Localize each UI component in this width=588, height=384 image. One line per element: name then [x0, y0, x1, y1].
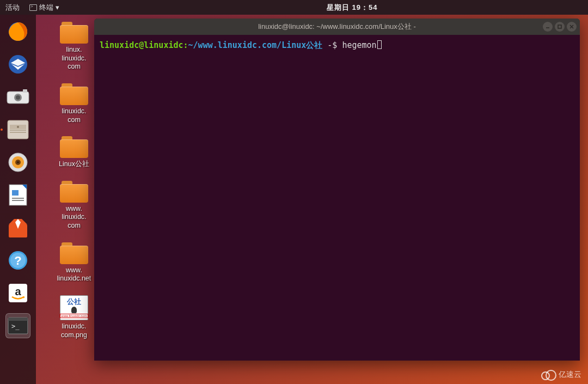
terminal-prompt: linuxidc@linuxidc:~/www.linuxidc.com/Lin…	[100, 39, 574, 52]
files-icon[interactable]	[5, 117, 30, 142]
folder-icon	[60, 22, 88, 44]
shotwell-icon[interactable]	[5, 84, 30, 109]
help-icon[interactable]: ?	[5, 248, 30, 273]
svg-text:>_: >_	[11, 322, 20, 330]
icon-label: linuxidc. com	[47, 107, 101, 124]
icon-label: www. linuxidc. com	[47, 205, 101, 230]
svg-rect-18	[12, 198, 24, 199]
dock: ? a >_	[0, 15, 36, 384]
cursor	[377, 40, 382, 49]
svg-rect-27	[8, 318, 28, 321]
prompt-suffix: -$	[322, 40, 342, 50]
image-thumbnail: 公社 www.linuxidc.com	[60, 295, 88, 320]
clock[interactable]: 星期日 19：54	[327, 3, 378, 13]
svg-rect-30	[558, 25, 561, 28]
chevron-down-icon: ▾	[56, 3, 59, 11]
window-controls	[543, 22, 577, 32]
svg-text:a: a	[15, 285, 21, 297]
desktop-folder[interactable]: www. linuxidc. com	[47, 181, 101, 230]
icon-label: www. linuxidc.net	[47, 266, 101, 283]
activities-button[interactable]: 活动	[5, 3, 20, 13]
top-panel: 活动 终端 ▾ 星期日 19：54	[0, 0, 588, 15]
svg-point-14	[17, 161, 19, 163]
rhythmbox-icon[interactable]	[5, 150, 30, 175]
desktop-folder[interactable]: Linux公社	[47, 136, 101, 169]
prompt-path: ~/www.linuxidc.com/Linux公社	[188, 40, 323, 50]
icon-label: linuxidc. com.png	[47, 322, 101, 339]
watermark: 亿速云	[541, 370, 581, 380]
desktop-folder[interactable]: linuxidc. com	[47, 83, 101, 124]
terminal-body[interactable]: linuxidc@linuxidc:~/www.linuxidc.com/Lin…	[94, 35, 580, 361]
desktop-image[interactable]: 公社 www.linuxidc.com linuxidc. com.png	[47, 295, 101, 339]
folder-icon	[60, 136, 88, 158]
maximize-button[interactable]	[555, 22, 565, 32]
libreoffice-writer-icon[interactable]	[5, 182, 30, 208]
watermark-text: 亿速云	[559, 370, 581, 380]
desktop-folder[interactable]: linux. linuxidc. com	[47, 22, 101, 71]
firefox-icon[interactable]	[5, 19, 30, 44]
svg-rect-17	[12, 190, 19, 196]
icon-label: linux. linuxidc. com	[47, 46, 101, 71]
svg-rect-19	[12, 200, 24, 201]
folder-icon	[60, 181, 88, 203]
app-menu[interactable]: 终端 ▾	[29, 3, 59, 13]
desktop-folder[interactable]: www. linuxidc.net	[47, 242, 101, 283]
app-menu-label: 终端	[39, 3, 53, 13]
amazon-icon[interactable]: a	[5, 281, 30, 306]
minimize-button[interactable]	[543, 22, 553, 32]
icon-label: Linux公社	[47, 160, 101, 169]
folder-icon	[60, 242, 88, 264]
prompt-user: linuxidc@linuxidc	[100, 40, 183, 50]
thunderbird-icon[interactable]	[5, 52, 30, 77]
svg-text:?: ?	[14, 254, 21, 267]
svg-point-10	[17, 126, 19, 128]
folder-icon	[60, 83, 88, 105]
svg-point-4	[16, 95, 20, 100]
terminal-icon	[29, 4, 37, 11]
window-title: linuxidc@linuxidc: ~/www.linuxidc.com/Li…	[258, 22, 416, 32]
cloud-icon	[541, 370, 555, 380]
terminal-window[interactable]: linuxidc@linuxidc: ~/www.linuxidc.com/Li…	[94, 19, 580, 361]
titlebar[interactable]: linuxidc@linuxidc: ~/www.linuxidc.com/Li…	[94, 19, 580, 35]
svg-rect-9	[10, 132, 26, 133]
svg-rect-5	[23, 89, 27, 93]
software-center-icon[interactable]	[5, 215, 30, 240]
terminal-icon[interactable]: >_	[5, 313, 30, 338]
close-button[interactable]	[567, 22, 577, 32]
svg-rect-8	[10, 130, 26, 131]
typed-command: hegemon	[342, 40, 376, 50]
